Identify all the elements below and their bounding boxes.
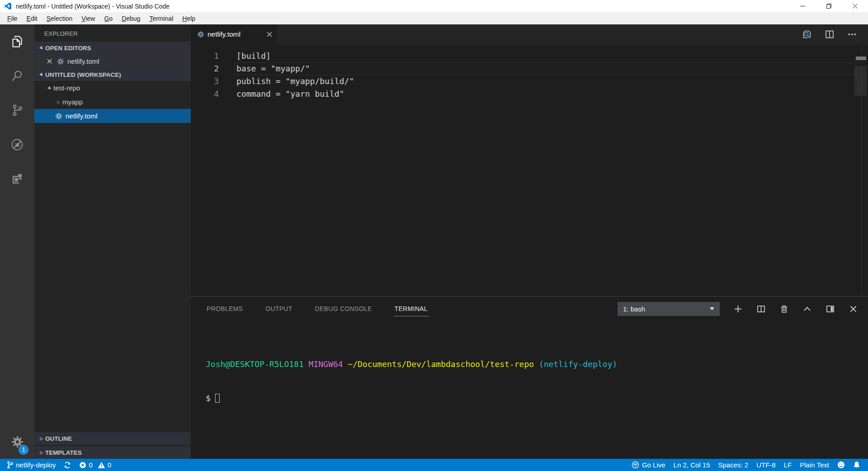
split-editor-icon[interactable] — [825, 29, 835, 39]
error-icon — [79, 462, 86, 469]
vscode-logo-icon — [4, 2, 12, 10]
minimize-button[interactable] — [789, 0, 816, 12]
close-window-button[interactable] — [842, 0, 868, 12]
panel-layout-button[interactable] — [826, 304, 835, 314]
vscode-window: netlify.toml - Untitled (Workspace) - Vi… — [0, 0, 868, 471]
section-open-editors[interactable]: OPEN EDITORS — [34, 42, 191, 54]
new-terminal-button[interactable] — [733, 304, 743, 314]
code-line-2-current[interactable]: 2 base = "myapp/" — [191, 62, 868, 75]
statusbar-indentation[interactable]: Spaces: 2 — [714, 459, 753, 471]
menu-view[interactable]: View — [77, 13, 99, 24]
split-icon — [756, 304, 766, 314]
section-templates[interactable]: TEMPLATES — [34, 446, 191, 459]
code-line-3[interactable]: 3 publish = "myapp/build/" — [191, 75, 868, 88]
menu-file[interactable]: File — [3, 13, 22, 24]
tree-item-netlify-toml[interactable]: netlify.toml — [34, 109, 191, 123]
activitybar-explorer[interactable] — [0, 24, 34, 59]
menu-debug[interactable]: Debug — [117, 13, 145, 24]
split-terminal-button[interactable] — [756, 304, 766, 314]
terminal-shell-select[interactable]: 1: bash — [618, 302, 720, 316]
activitybar-search[interactable] — [0, 59, 34, 93]
menu-terminal[interactable]: Terminal — [145, 13, 178, 24]
restore-button[interactable] — [816, 0, 842, 12]
kill-terminal-button[interactable] — [779, 304, 789, 314]
close-tab-icon[interactable] — [267, 32, 272, 37]
menu-edit[interactable]: Edit — [22, 13, 42, 24]
code-line-4[interactable]: 4 command = "yarn build" — [191, 88, 868, 100]
tree-item-myapp[interactable]: myapp — [34, 95, 191, 109]
terminal-prompt-line: Josh@DESKTOP-R5LO181 MINGW64 ~/Documents… — [206, 358, 868, 370]
close-panel-button[interactable] — [849, 304, 858, 314]
activitybar-debug[interactable] — [0, 127, 34, 162]
chevron-expanded-icon — [46, 86, 53, 90]
minimize-icon — [800, 4, 805, 9]
layout-panel-right-icon — [826, 304, 835, 314]
menu-selection[interactable]: Selection — [42, 13, 77, 24]
plus-icon — [733, 304, 743, 314]
activity-bar: 1 — [0, 24, 34, 459]
editor-scrollbar[interactable] — [854, 66, 867, 96]
restore-icon — [826, 4, 831, 9]
status-bar: netlify-deploy 0 0 — [0, 459, 868, 471]
toml-file-icon — [57, 58, 64, 65]
editor-group: netlify.toml — [191, 24, 868, 459]
panel-tab-problems[interactable]: PROBLEMS — [206, 301, 244, 316]
title-bar: netlify.toml - Untitled (Workspace) - Vi… — [0, 0, 868, 12]
terminal-input-line: $ — [206, 392, 868, 404]
statusbar-go-live[interactable]: Go Live — [627, 459, 670, 471]
window-title: netlify.toml - Untitled (Workspace) - Vi… — [16, 3, 170, 10]
chevron-collapsed-icon — [38, 436, 45, 441]
panel-tab-output[interactable]: OUTPUT — [264, 301, 293, 316]
terminal-cursor — [215, 394, 220, 403]
statusbar-problems[interactable]: 0 0 — [75, 459, 118, 471]
code-line-1[interactable]: 1 [build] — [191, 50, 868, 62]
search-icon — [10, 69, 24, 83]
editor-tab-bar: netlify.toml — [191, 24, 868, 44]
bell-icon — [853, 461, 860, 469]
git-branch-icon — [7, 461, 13, 469]
cursor-position-marker — [856, 57, 866, 60]
trash-icon — [779, 304, 789, 314]
chevron-collapsed-icon — [38, 450, 45, 455]
search-document-icon[interactable] — [802, 29, 812, 39]
toml-file-icon — [197, 31, 204, 38]
panel-tab-terminal[interactable]: TERMINAL — [394, 301, 429, 316]
statusbar-branch[interactable]: netlify-deploy — [3, 459, 60, 471]
source-control-icon — [10, 104, 24, 117]
section-outline[interactable]: OUTLINE — [34, 432, 191, 445]
chevron-expanded-icon — [38, 46, 45, 50]
menu-go[interactable]: Go — [99, 13, 117, 24]
terminal-content[interactable]: Josh@DESKTOP-R5LO181 MINGW64 ~/Documents… — [191, 321, 868, 459]
extensions-icon — [10, 172, 24, 186]
statusbar-cursor-position[interactable]: Ln 2, Col 15 — [670, 459, 714, 471]
statusbar-language-mode[interactable]: Plain Text — [796, 459, 833, 471]
panel-tab-debug-console[interactable]: DEBUG CONSOLE — [314, 301, 373, 316]
tree-item-test-repo[interactable]: test-repo — [34, 81, 191, 95]
dropdown-caret-icon — [710, 307, 714, 310]
statusbar-eol[interactable]: LF — [780, 459, 796, 471]
maximize-panel-button[interactable] — [802, 304, 812, 314]
statusbar-sync[interactable] — [60, 459, 75, 471]
open-editor-netlify-toml[interactable]: netlify.toml — [34, 54, 191, 68]
section-workspace[interactable]: UNTITLED (WORKSPACE) — [34, 68, 191, 81]
menu-help[interactable]: Help — [178, 13, 200, 24]
chevron-expanded-icon — [38, 72, 45, 77]
activitybar-extensions[interactable] — [0, 162, 34, 196]
tab-netlify-toml[interactable]: netlify.toml — [191, 24, 277, 44]
code-editor[interactable]: 1 [build] 2 base = "myapp/" 3 publish = … — [191, 44, 868, 296]
statusbar-feedback[interactable] — [833, 459, 849, 471]
smiley-icon — [837, 461, 845, 469]
warning-icon — [98, 462, 105, 469]
activitybar-source-control[interactable] — [0, 93, 34, 127]
explorer-sidebar: EXPLORER OPEN EDITORS netlify.toml UNTIT… — [34, 24, 191, 459]
statusbar-notifications[interactable] — [849, 459, 864, 471]
activitybar-settings[interactable]: 1 — [0, 424, 34, 459]
chevron-collapsed-icon — [55, 100, 62, 104]
panel-header: PROBLEMS OUTPUT DEBUG CONSOLE TERMINAL 1… — [191, 297, 868, 321]
close-icon — [853, 4, 858, 9]
sync-icon — [64, 462, 71, 469]
statusbar-encoding[interactable]: UTF-8 — [752, 459, 780, 471]
close-editor-icon[interactable] — [47, 59, 57, 64]
broadcast-icon — [632, 461, 639, 469]
more-actions-icon[interactable] — [847, 29, 857, 39]
